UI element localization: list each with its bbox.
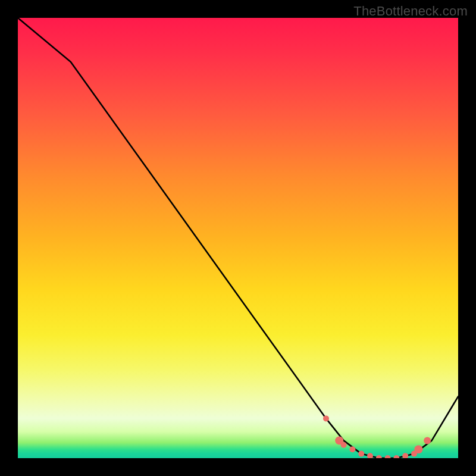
watermark-text: TheBottleneck.com xyxy=(353,4,468,19)
plot-area xyxy=(18,18,458,458)
trough-marker xyxy=(385,455,391,458)
trough-marker xyxy=(393,455,399,458)
trough-marker xyxy=(367,453,373,458)
trough-marker xyxy=(323,415,329,421)
trough-marker xyxy=(424,437,431,444)
trough-marker xyxy=(358,451,364,457)
line-layer xyxy=(18,18,458,458)
trough-marker xyxy=(414,445,422,453)
marker-group xyxy=(323,415,431,458)
trough-marker xyxy=(349,446,355,452)
trough-marker xyxy=(376,455,382,458)
curve-line xyxy=(18,18,458,458)
trough-marker xyxy=(402,453,408,458)
chart-frame: TheBottleneck.com xyxy=(0,0,476,476)
trough-marker xyxy=(341,442,347,448)
